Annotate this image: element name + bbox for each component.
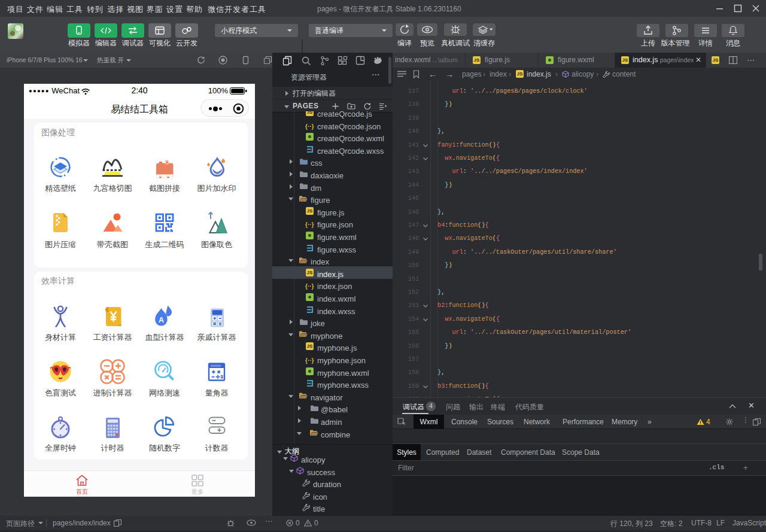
svg-text:A: A <box>159 316 164 324</box>
